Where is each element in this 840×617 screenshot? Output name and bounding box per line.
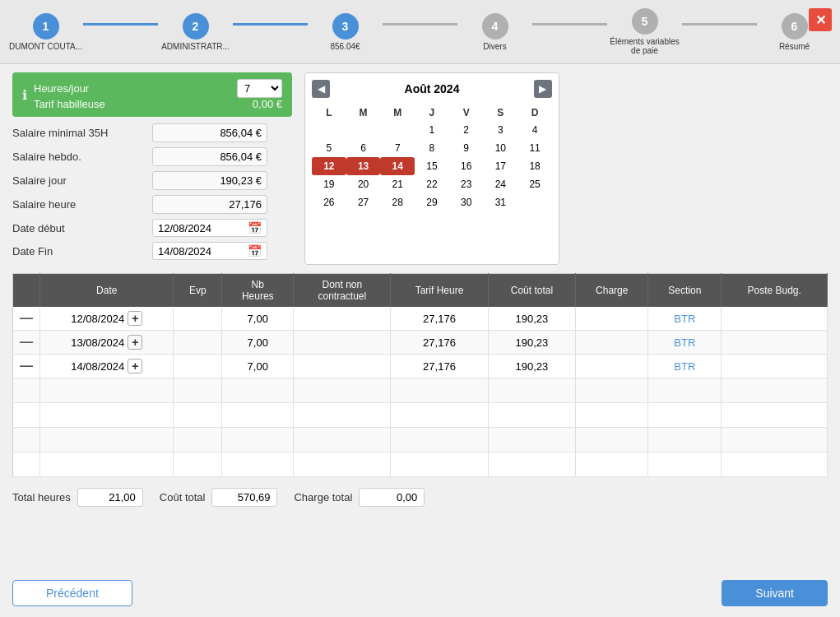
heures-row: Heures/jour 7 8 xyxy=(34,79,282,98)
remove-row-button[interactable]: — xyxy=(20,311,33,326)
step-circle-3: 3 xyxy=(332,13,359,39)
step-label-5: Éléments variables de paie xyxy=(607,37,682,55)
calendar-day-cell[interactable]: 17 xyxy=(484,157,518,175)
calendar-day-cell[interactable]: 5 xyxy=(312,139,346,157)
calendar-day-cell[interactable]: 16 xyxy=(449,157,484,175)
calendar-header: ◀ Août 2024 ▶ xyxy=(312,80,552,98)
wizard-step-3[interactable]: 3 856.04€ xyxy=(308,13,383,51)
calendar-day-cell[interactable]: 14 xyxy=(380,157,415,175)
step-circle-6: 6 xyxy=(782,13,808,39)
row-poste-cell xyxy=(722,355,828,378)
calendar-day-cell[interactable]: 26 xyxy=(312,193,346,211)
wizard-step-4[interactable]: 4 Divers xyxy=(457,13,532,51)
calendar-day-cell[interactable]: 4 xyxy=(517,121,552,139)
salaire-heure-row: Salaire heure xyxy=(12,195,292,214)
calendar-day-cell[interactable]: 8 xyxy=(415,139,449,157)
calendar-day-cell[interactable]: 11 xyxy=(517,139,552,157)
empty-cell xyxy=(222,378,294,403)
salaire-heure-input[interactable] xyxy=(152,195,267,214)
row-tarif-cell: 27,176 xyxy=(391,307,488,331)
calendar-day-cell[interactable]: 22 xyxy=(415,175,449,193)
empty-cell xyxy=(488,403,576,428)
th-dont-non: Dont noncontractuel xyxy=(294,274,391,308)
calendar-day-cell[interactable]: 18 xyxy=(517,157,552,175)
step-circle-5: 5 xyxy=(632,8,658,35)
row-date-value: 13/08/2024 xyxy=(71,336,124,349)
calendar-grid: L M M J V S D 12345678910111213141516171… xyxy=(312,104,552,211)
wizard-step-1[interactable]: 1 DUMONT COUTA... xyxy=(8,13,83,51)
calendar-day-cell[interactable]: 31 xyxy=(484,193,518,211)
salaire-hebdo-input[interactable] xyxy=(152,147,267,166)
row-nb-heures-cell: 7,00 xyxy=(222,307,294,331)
calendar-day-cell[interactable]: 7 xyxy=(380,139,415,157)
date-debut-wrap[interactable]: 12/08/2024 📅 xyxy=(152,219,267,237)
cout-total-input[interactable] xyxy=(211,488,277,507)
table-empty-row xyxy=(13,452,828,477)
wizard-step-5[interactable]: 5 Éléments variables de paie xyxy=(607,8,682,55)
empty-cell xyxy=(40,452,174,477)
calendar-day-cell[interactable]: 12 xyxy=(312,157,346,175)
prev-button[interactable]: Précédent xyxy=(12,580,132,606)
empty-cell xyxy=(174,378,222,403)
wizard-bar: 1 DUMONT COUTA... 2 ADMINISTRATR... 3 85… xyxy=(0,0,840,64)
charge-total-item: Charge total xyxy=(294,488,425,507)
day-header-s: S xyxy=(484,104,518,121)
calendar-day-cell[interactable]: 23 xyxy=(449,175,484,193)
calendar-next-button[interactable]: ▶ xyxy=(534,80,552,98)
step-circle-2: 2 xyxy=(183,13,209,39)
table-row: —14/08/2024+7,0027,176190,23BTR xyxy=(13,355,828,378)
connector-5-6 xyxy=(682,23,757,26)
calendar-day-cell[interactable]: 20 xyxy=(346,175,381,193)
calendar-debut-icon[interactable]: 📅 xyxy=(248,221,262,234)
heures-label: Heures/jour xyxy=(34,82,89,95)
wizard-step-2[interactable]: 2 ADMINISTRATR... xyxy=(158,13,233,51)
calendar-day-cell[interactable]: 3 xyxy=(484,121,518,139)
day-header-l: L xyxy=(312,104,346,121)
calendar-day-cell[interactable]: 13 xyxy=(346,157,381,175)
heures-select[interactable]: 7 8 xyxy=(237,79,282,98)
add-row-button[interactable]: + xyxy=(128,311,142,326)
remove-row-button[interactable]: — xyxy=(20,335,33,350)
total-heures-label: Total heures xyxy=(12,491,71,503)
empty-cell xyxy=(488,378,576,403)
add-row-button[interactable]: + xyxy=(128,359,142,373)
tarif-row: Tarif habilleuse 0,00 € xyxy=(34,98,282,110)
calendar-prev-button[interactable]: ◀ xyxy=(312,80,330,98)
date-debut-value: 12/08/2024 xyxy=(158,222,248,234)
next-button[interactable]: Suivant xyxy=(722,580,828,606)
calendar-day-cell[interactable]: 6 xyxy=(346,139,381,157)
empty-cell xyxy=(576,403,648,428)
empty-cell xyxy=(722,378,828,403)
add-row-button[interactable]: + xyxy=(128,335,142,350)
calendar-day-cell[interactable]: 19 xyxy=(312,175,346,193)
salaire-minimal-label: Salaire minimal 35H xyxy=(12,127,152,139)
row-dont-non-cell xyxy=(294,355,391,378)
empty-cell xyxy=(174,452,222,477)
remove-row-button[interactable]: — xyxy=(20,359,33,373)
close-button[interactable]: ✕ xyxy=(809,8,832,31)
salaire-jour-input[interactable] xyxy=(152,171,267,190)
calendar-day-cell[interactable]: 21 xyxy=(380,175,415,193)
charge-total-input[interactable] xyxy=(359,488,425,507)
calendar-day-cell[interactable]: 1 xyxy=(415,121,449,139)
empty-cell xyxy=(222,428,294,452)
calendar-day-cell[interactable]: 2 xyxy=(449,121,484,139)
total-heures-input[interactable] xyxy=(77,488,143,507)
calendar-day-cell[interactable]: 24 xyxy=(484,175,518,193)
empty-cell xyxy=(576,428,648,452)
calendar-day-cell[interactable]: 30 xyxy=(449,193,484,211)
calendar-day-cell[interactable]: 28 xyxy=(380,193,415,211)
salaire-minimal-input[interactable] xyxy=(152,123,267,142)
step-circle-4: 4 xyxy=(482,13,508,39)
calendar-day-cell[interactable]: 27 xyxy=(346,193,381,211)
calendar-day-cell[interactable]: 29 xyxy=(415,193,449,211)
date-fin-wrap[interactable]: 14/08/2024 📅 xyxy=(152,242,267,260)
calendar-day-cell[interactable]: 10 xyxy=(484,139,518,157)
calendar-fin-icon[interactable]: 📅 xyxy=(248,244,262,257)
calendar-day-cell[interactable]: 9 xyxy=(449,139,484,157)
calendar-day-cell[interactable]: 25 xyxy=(517,175,552,193)
empty-cell xyxy=(722,452,828,477)
step-label-1: DUMONT COUTA... xyxy=(9,42,82,51)
calendar-day-cell[interactable]: 15 xyxy=(415,157,449,175)
step-label-2: ADMINISTRATR... xyxy=(161,42,230,51)
